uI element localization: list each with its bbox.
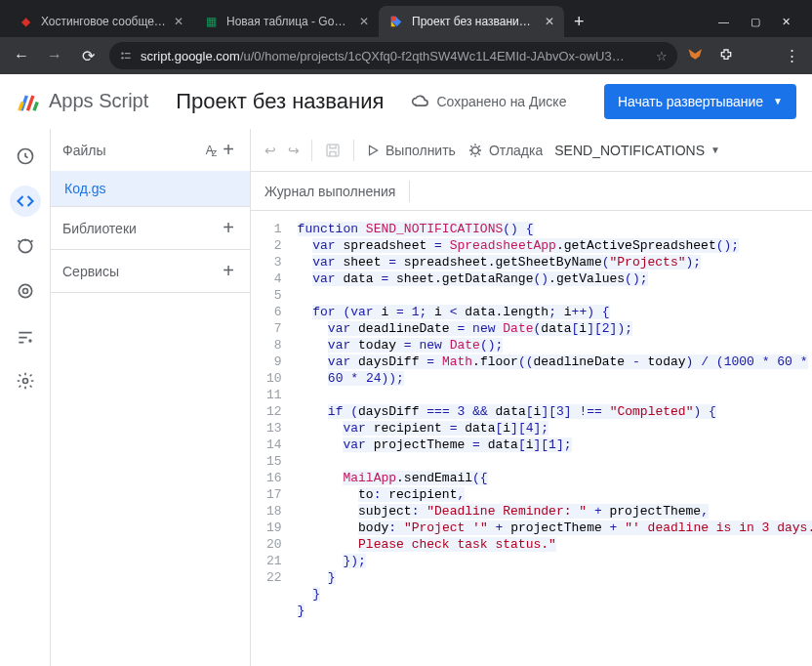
save-icon[interactable] xyxy=(324,142,342,159)
svg-point-8 xyxy=(22,379,27,384)
editor-toolbar: ↩ ↪ Выполнить Отладка SEND_NOTIFICATIONS… xyxy=(251,129,812,172)
tab-strip: ◆ Хостинговое сообщество ✕ ▦ Новая табли… xyxy=(0,0,812,37)
rail-settings-icon[interactable] xyxy=(10,365,41,396)
favicon-icon: ◆ xyxy=(18,14,33,29)
editor-subbar: Журнал выполнения xyxy=(251,172,812,211)
function-name: SEND_NOTIFICATIONS xyxy=(554,143,705,158)
product-name: Apps Script xyxy=(49,90,148,112)
svg-point-0 xyxy=(121,53,123,55)
svg-rect-3 xyxy=(125,58,131,59)
app-header: Apps Script Проект без названия Сохранен… xyxy=(0,74,812,129)
browser-tab-1[interactable]: ◆ Хостинговое сообщество ✕ xyxy=(8,6,193,37)
undo-icon[interactable]: ↩ xyxy=(264,143,276,158)
services-header: Сервисы + xyxy=(51,250,250,292)
deploy-label: Начать развертывание xyxy=(618,94,763,109)
svg-point-7 xyxy=(29,340,31,342)
editor-pane: ↩ ↪ Выполнить Отладка SEND_NOTIFICATIONS… xyxy=(251,129,812,666)
services-label: Сервисы xyxy=(62,264,219,279)
debug-button[interactable]: Отладка xyxy=(467,143,543,158)
url-text: script.google.com/u/0/home/projects/1cQX… xyxy=(141,49,625,63)
code-editor[interactable]: 1 2 3 4 5 6 7 8 9 10 11 12 13 14 15 16 1… xyxy=(251,211,812,666)
save-status: Сохранено на Диске xyxy=(411,92,566,111)
line-gutter: 1 2 3 4 5 6 7 8 9 10 11 12 13 14 15 16 1… xyxy=(251,211,292,666)
browser-menu-icon[interactable]: ⋮ xyxy=(781,47,802,64)
libraries-header: Библиотеки + xyxy=(51,207,250,249)
run-label: Выполнить xyxy=(386,143,456,158)
browser-tab-2[interactable]: ▦ Новая таблица - Google Т ✕ xyxy=(193,6,379,37)
execution-log-label[interactable]: Журнал выполнения xyxy=(264,184,395,199)
files-sidebar: Файлы AZ + Код.gs Библиотеки + Сервисы + xyxy=(51,129,251,666)
maximize-icon[interactable]: ▢ xyxy=(751,16,760,28)
cloud-saved-icon xyxy=(411,92,430,111)
sort-icon[interactable]: AZ xyxy=(202,144,220,157)
run-button[interactable]: Выполнить xyxy=(366,143,456,158)
close-icon[interactable]: ✕ xyxy=(359,15,369,28)
rail-editor-icon[interactable] xyxy=(10,186,41,217)
add-file-button[interactable]: + xyxy=(219,139,238,161)
rail-executions-icon[interactable] xyxy=(10,275,41,307)
libraries-label: Библиотеки xyxy=(62,221,219,236)
svg-point-10 xyxy=(472,146,479,153)
rail-triggers-icon[interactable] xyxy=(10,230,41,262)
new-tab-button[interactable]: + xyxy=(564,12,594,32)
favicon-icon xyxy=(388,14,404,29)
svg-point-2 xyxy=(121,57,123,59)
main-area: Файлы AZ + Код.gs Библиотеки + Сервисы + xyxy=(0,129,812,666)
add-library-button[interactable]: + xyxy=(219,217,238,239)
files-label: Файлы xyxy=(62,143,202,158)
address-bar[interactable]: script.google.com/u/0/home/projects/1cQX… xyxy=(109,42,677,69)
save-status-label: Сохранено на Диске xyxy=(436,94,566,109)
apps-script-app: Apps Script Проект без названия Сохранен… xyxy=(0,74,812,666)
browser-chrome: ◆ Хостинговое сообщество ✕ ▦ Новая табли… xyxy=(0,0,812,74)
favicon-icon: ▦ xyxy=(203,14,219,29)
svg-rect-9 xyxy=(327,145,339,156)
site-info-icon[interactable] xyxy=(119,49,133,62)
window-controls: — ▢ ✕ xyxy=(718,16,804,28)
svg-rect-1 xyxy=(125,53,131,54)
tab-label: Проект без названия - Ре xyxy=(412,15,537,28)
add-service-button[interactable]: + xyxy=(219,260,238,282)
extensions-icon[interactable] xyxy=(718,48,740,63)
redo-icon[interactable]: ↪ xyxy=(288,143,300,158)
browser-tab-3[interactable]: Проект без названия - Ре ✕ xyxy=(379,6,564,37)
svg-point-5 xyxy=(19,284,31,297)
chevron-down-icon: ▼ xyxy=(710,145,720,155)
code-content[interactable]: function SEND_NOTIFICATIONS() { var spre… xyxy=(292,211,812,666)
svg-point-6 xyxy=(22,289,27,294)
rail-overview-icon[interactable] xyxy=(10,141,41,172)
omnibox-row: ← → ⟳ script.google.com/u/0/home/project… xyxy=(0,37,812,74)
file-item[interactable]: Код.gs xyxy=(51,171,250,206)
minimize-icon[interactable]: — xyxy=(718,16,729,28)
tab-label: Хостинговое сообщество xyxy=(41,15,166,28)
function-selector[interactable]: SEND_NOTIFICATIONS ▼ xyxy=(554,143,720,158)
close-window-icon[interactable]: ✕ xyxy=(782,16,791,28)
close-icon[interactable]: ✕ xyxy=(545,15,554,28)
chevron-down-icon: ▼ xyxy=(773,96,783,106)
forward-button[interactable]: → xyxy=(43,47,66,64)
left-rail xyxy=(0,129,51,666)
files-header: Файлы AZ + xyxy=(51,129,250,171)
debug-label: Отладка xyxy=(489,143,543,158)
reload-button[interactable]: ⟳ xyxy=(76,47,100,65)
close-icon[interactable]: ✕ xyxy=(174,15,183,28)
apps-script-logo-icon xyxy=(16,89,41,114)
extension-metamask-icon[interactable] xyxy=(687,47,709,64)
rail-project-history-icon[interactable] xyxy=(10,320,41,352)
deploy-button[interactable]: Начать развертывание ▼ xyxy=(604,84,796,119)
back-button[interactable]: ← xyxy=(10,47,33,64)
product-logo[interactable]: Apps Script xyxy=(16,89,148,114)
tab-label: Новая таблица - Google Т xyxy=(226,15,351,28)
star-icon[interactable]: ☆ xyxy=(656,49,668,63)
project-title[interactable]: Проект без названия xyxy=(176,89,384,114)
